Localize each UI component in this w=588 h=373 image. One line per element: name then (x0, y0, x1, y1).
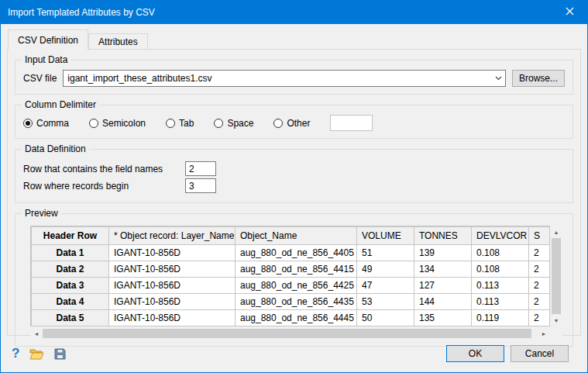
column-header: * Object record: Layer_Name (109, 227, 236, 245)
table-cell: aug_880_od_ne_856_4405 (236, 245, 357, 261)
records-begin-row-label: Row where records begin (23, 181, 185, 192)
vertical-scrollbar-thumb[interactable] (552, 238, 561, 314)
tab-csv-definition[interactable]: CSV Definition (8, 29, 88, 50)
column-header: Object_Name (236, 227, 357, 245)
input-data-group: Input Data CSV file Browse... (15, 60, 573, 95)
column-header: VOLUME (357, 227, 414, 245)
table-cell: 50 (357, 310, 414, 326)
table-cell: aug_880_od_ne_856_4415 (236, 261, 357, 278)
csv-file-input[interactable] (64, 71, 492, 86)
table-cell: 2 (529, 294, 551, 310)
help-icon[interactable]: ? (12, 346, 19, 361)
radio-comma-label: Comma (36, 118, 69, 129)
preview-table: Header Row * Object record: Layer_Name O… (30, 226, 550, 326)
table-cell: 134 (414, 261, 472, 278)
table-cell: 127 (414, 278, 472, 294)
row-label: Data 1 (32, 245, 109, 261)
close-button[interactable] (552, 1, 587, 24)
csv-file-combobox[interactable] (63, 70, 506, 87)
radio-tab-label: Tab (179, 118, 194, 129)
radio-comma[interactable]: Comma (23, 118, 69, 129)
table-header-row: Header Row * Object record: Layer_Name O… (32, 227, 551, 245)
table-row: Data 3 IGANT-10-856D aug_880_od_ne_856_4… (32, 278, 551, 294)
column-header: TONNES (414, 227, 472, 245)
vertical-scrollbar[interactable]: ▲ ▼ (550, 226, 562, 326)
table-cell: 2 (529, 245, 551, 261)
chevron-down-icon[interactable] (492, 76, 505, 81)
radio-semicolon[interactable]: Semicolon (89, 118, 146, 129)
tab-bar: CSV Definition Attributes (8, 29, 148, 50)
csv-file-label: CSV file (23, 73, 57, 84)
row-label: Data 5 (32, 310, 109, 326)
scroll-up-icon[interactable]: ▲ (550, 226, 562, 238)
column-header: Header Row (32, 227, 109, 245)
table-cell: 2 (529, 261, 551, 278)
table-cell: 47 (357, 278, 414, 294)
table-cell: IGANT-10-856D (109, 310, 236, 326)
open-folder-icon[interactable] (29, 348, 44, 360)
preview-table-area: Header Row * Object record: Layer_Name O… (30, 226, 565, 339)
table-cell: IGANT-10-856D (109, 294, 236, 310)
table-cell: 49 (357, 261, 414, 278)
records-begin-row-input[interactable] (185, 178, 216, 193)
radio-other-label: Other (287, 118, 310, 129)
table-cell: 144 (414, 294, 472, 310)
table-cell: 2 (529, 310, 551, 326)
table-cell: IGANT-10-856D (109, 245, 236, 261)
tab-panel: Input Data CSV file Browse... Column Del… (7, 49, 581, 336)
other-delimiter-input[interactable] (330, 115, 373, 131)
column-header: S (529, 227, 551, 245)
save-icon[interactable] (54, 348, 66, 360)
table-cell: 0.113 (472, 278, 529, 294)
row-label: Data 2 (32, 261, 109, 278)
scroll-down-icon[interactable]: ▼ (550, 314, 562, 326)
radio-semicolon-label: Semicolon (102, 118, 146, 129)
table-cell: 139 (414, 245, 472, 261)
table-row: Data 2 IGANT-10-856D aug_880_od_ne_856_4… (32, 261, 551, 278)
radio-space-circle-icon (214, 119, 223, 128)
table-cell: aug_880_od_ne_856_4445 (236, 310, 357, 326)
table-cell: 0.108 (472, 245, 529, 261)
table-cell: aug_880_od_ne_856_4425 (236, 278, 357, 294)
cancel-button[interactable]: Cancel (511, 345, 569, 362)
radio-space-label: Space (227, 118, 253, 129)
column-header: DEVLVCOR (472, 227, 529, 245)
field-names-row-input[interactable] (185, 161, 216, 176)
column-delimiter-group-label: Column Delimiter (22, 99, 99, 110)
row-label: Data 4 (32, 294, 109, 310)
close-icon (566, 7, 574, 18)
tab-attributes[interactable]: Attributes (88, 33, 148, 49)
radio-tab[interactable]: Tab (166, 118, 194, 129)
input-data-group-label: Input Data (22, 54, 70, 65)
radio-comma-circle-icon (23, 119, 33, 128)
preview-group: Preview Header Row * Object record: Laye… (15, 213, 573, 347)
table-cell: 53 (357, 294, 414, 310)
table-cell: 135 (414, 310, 472, 326)
radio-other-circle-icon (273, 119, 283, 128)
field-names-row-label: Row that contains the field names (23, 164, 185, 174)
table-cell: IGANT-10-856D (109, 261, 236, 278)
window-title: Import Templated Attributes by CSV (1, 7, 552, 18)
radio-other[interactable]: Other (273, 118, 310, 129)
table-row: Data 1 IGANT-10-856D aug_880_od_ne_856_4… (32, 245, 551, 261)
table-row: Data 5 IGANT-10-856D aug_880_od_ne_856_4… (32, 310, 551, 326)
table-cell: 0.113 (472, 294, 529, 310)
data-definition-group: Data Definition Row that contains the fi… (15, 149, 573, 203)
radio-tab-circle-icon (166, 119, 175, 128)
dialog-footer: ? OK Cancel (1, 335, 587, 372)
ok-button[interactable]: OK (446, 345, 504, 362)
radio-semicolon-circle-icon (89, 119, 98, 128)
table-cell: 0.119 (472, 310, 529, 326)
table-cell: 0.108 (472, 261, 529, 278)
table-cell: 2 (529, 278, 551, 294)
column-delimiter-group: Column Delimiter Comma Semicolon Tab Spa… (15, 105, 573, 139)
table-cell: aug_880_od_ne_856_4435 (236, 294, 357, 310)
titlebar[interactable]: Import Templated Attributes by CSV (1, 1, 587, 24)
row-label: Data 3 (32, 278, 109, 294)
radio-space[interactable]: Space (214, 118, 253, 129)
import-templated-attributes-dialog: Import Templated Attributes by CSV CSV D… (0, 0, 588, 373)
table-cell: IGANT-10-856D (109, 278, 236, 294)
data-definition-group-label: Data Definition (22, 143, 89, 154)
browse-button[interactable]: Browse... (512, 70, 565, 87)
table-row: Data 4 IGANT-10-856D aug_880_od_ne_856_4… (32, 294, 551, 310)
